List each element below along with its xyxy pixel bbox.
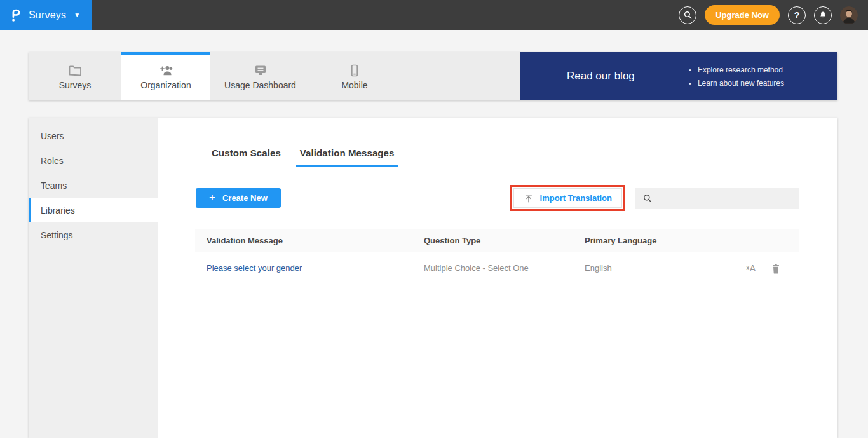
sidebar-item-label: Users bbox=[41, 131, 64, 141]
sidebar-item-label: Roles bbox=[41, 156, 64, 166]
bullet-dot-icon: • bbox=[689, 66, 691, 74]
product-switcher[interactable]: Surveys ▼ bbox=[0, 0, 92, 30]
create-new-label: Create New bbox=[222, 193, 268, 203]
nav-tab-surveys[interactable]: Surveys bbox=[29, 52, 121, 100]
sidebar-item-label: Libraries bbox=[41, 205, 75, 216]
tab-custom-scales[interactable]: Custom Scales bbox=[211, 147, 281, 167]
tab-validation-messages[interactable]: Validation Messages bbox=[299, 147, 395, 167]
chevron-down-icon: ▼ bbox=[74, 11, 80, 18]
blog-bullet-text: Learn about new features bbox=[698, 79, 784, 88]
validation-messages-table: Validation Message Question Type Primary… bbox=[195, 229, 799, 284]
import-translation-button[interactable]: Import Translation bbox=[513, 188, 622, 208]
bullet-dot-icon: • bbox=[689, 79, 691, 87]
upgrade-now-button[interactable]: Upgrade Now bbox=[705, 5, 780, 25]
blog-banner-bullets: • Explore research method • Learn about … bbox=[689, 65, 784, 88]
bell-icon bbox=[818, 10, 827, 20]
search-icon bbox=[642, 193, 653, 203]
blog-bullet: • Explore research method bbox=[689, 65, 784, 74]
import-highlight-box: Import Translation bbox=[510, 185, 625, 211]
validation-message-link[interactable]: Please select your gender bbox=[207, 263, 302, 273]
organization-panel: Users Roles Teams Libraries Settings Cus… bbox=[29, 118, 837, 438]
user-avatar[interactable] bbox=[840, 6, 858, 24]
topbar-actions: Upgrade Now ? bbox=[679, 5, 868, 25]
import-translation-label: Import Translation bbox=[540, 193, 612, 203]
help-button[interactable]: ? bbox=[788, 6, 806, 24]
nav-tab-label: Usage Dashboard bbox=[224, 80, 296, 90]
search-icon bbox=[683, 10, 693, 20]
library-search-input[interactable] bbox=[658, 188, 799, 209]
primary-language-cell: English bbox=[585, 263, 723, 273]
blog-bullet-text: Explore research method bbox=[698, 65, 783, 74]
nav-tab-label: Mobile bbox=[341, 80, 367, 90]
nav-tab-label: Organization bbox=[140, 80, 191, 90]
libraries-content: Custom Scales Validation Messages + Crea… bbox=[158, 118, 837, 438]
brand-logo-icon bbox=[10, 6, 22, 24]
row-actions: xA bbox=[723, 263, 799, 274]
table-row: Please select your gender Multiple Choic… bbox=[195, 252, 799, 284]
module-nav: Surveys Organization Usage Dashboard bbox=[29, 52, 837, 100]
library-search bbox=[635, 188, 799, 209]
trash-icon[interactable] bbox=[771, 263, 781, 274]
plus-icon: + bbox=[209, 191, 215, 204]
nav-tab-label: Surveys bbox=[59, 80, 92, 90]
sidebar-item-settings[interactable]: Settings bbox=[29, 222, 158, 247]
create-new-button[interactable]: + Create New bbox=[196, 188, 281, 208]
notifications-button[interactable] bbox=[814, 6, 832, 24]
dashboard-icon bbox=[252, 63, 269, 78]
sidebar-item-users[interactable]: Users bbox=[29, 123, 158, 148]
blog-bullet: • Learn about new features bbox=[689, 79, 784, 88]
nav-tab-mobile[interactable]: Mobile bbox=[310, 52, 399, 100]
translate-icon[interactable]: xA bbox=[746, 263, 756, 273]
libraries-tabs: Custom Scales Validation Messages bbox=[195, 147, 799, 167]
nav-tab-organization[interactable]: Organization bbox=[121, 52, 210, 100]
toolbar-right: Import Translation bbox=[510, 185, 799, 211]
mobile-icon bbox=[346, 63, 363, 78]
product-name: Surveys bbox=[29, 10, 66, 21]
sidebar-item-roles[interactable]: Roles bbox=[29, 148, 158, 173]
sidebar-item-teams[interactable]: Teams bbox=[29, 173, 158, 198]
sidebar-item-libraries[interactable]: Libraries bbox=[29, 198, 158, 222]
toolbar: + Create New Import Translation bbox=[195, 185, 799, 211]
org-sidebar: Users Roles Teams Libraries Settings bbox=[29, 118, 158, 438]
search-button[interactable] bbox=[679, 6, 696, 24]
folder-icon bbox=[67, 63, 83, 78]
blog-banner-title: Read our blog bbox=[567, 70, 635, 83]
question-mark-icon: ? bbox=[794, 10, 800, 20]
sidebar-item-label: Settings bbox=[41, 230, 73, 240]
question-type-cell: Multiple Choice - Select One bbox=[424, 263, 585, 273]
person-add-icon bbox=[158, 63, 174, 78]
topbar: Surveys ▼ Upgrade Now ? bbox=[0, 0, 868, 30]
column-header-question-type: Question Type bbox=[424, 236, 585, 245]
column-header-primary-language: Primary Language bbox=[585, 236, 723, 245]
nav-tab-usage-dashboard[interactable]: Usage Dashboard bbox=[210, 52, 310, 100]
sidebar-item-label: Teams bbox=[41, 181, 67, 191]
blog-banner[interactable]: Read our blog • Explore research method … bbox=[520, 52, 837, 100]
column-header-validation-message: Validation Message bbox=[195, 236, 424, 245]
table-header: Validation Message Question Type Primary… bbox=[195, 229, 799, 252]
upload-icon bbox=[524, 193, 534, 203]
